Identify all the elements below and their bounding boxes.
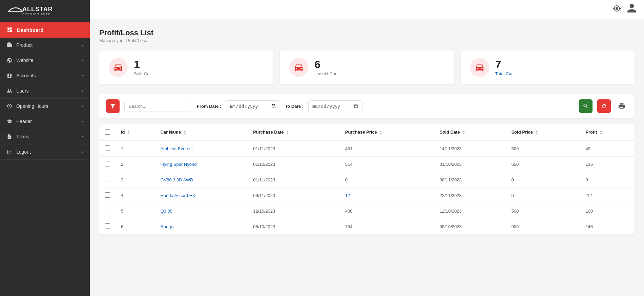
row-checkbox[interactable]: [105, 161, 110, 166]
cell-sold-date: 01/10/2023: [434, 157, 506, 172]
cell-id: 5: [116, 203, 155, 219]
page-content: Profit/Loss List Manage your Profit/Loss…: [90, 19, 644, 296]
page-title: Profit/Loss List: [99, 28, 635, 37]
stat-card-unsold: 6 Unsold Car: [280, 51, 454, 84]
sidebar-item-product[interactable]: Product ›: [0, 38, 90, 53]
filter-bar: From Date : To Date :: [99, 94, 635, 118]
col-purchase-date[interactable]: Purchase Date ▲▼: [248, 124, 340, 141]
table-row: 4 Honda Accord EX 09/11/2023 12 22/11/20…: [99, 188, 635, 203]
table-row: 2 Flying Spur Hybrid 01/10/2023 514 01/1…: [99, 157, 635, 172]
to-date-input[interactable]: [308, 100, 362, 112]
cell-purchase-price: 12: [340, 188, 434, 203]
sidebar-item-accounts[interactable]: Accounts ›: [0, 68, 90, 83]
sidebar-item-opening-hours[interactable]: Opening Hours ›: [0, 99, 90, 114]
sidebar-label-logout: Logout: [16, 149, 31, 155]
cell-profit: 100: [580, 203, 635, 219]
col-car-name[interactable]: Car Name ▲▼: [155, 124, 248, 141]
cell-purchase-date: 08/10/2023: [248, 219, 340, 235]
sidebar-item-terms[interactable]: Terms ›: [0, 129, 90, 144]
table-row: 3 GV80 3.0D AWD 01/11/2023 0 08/11/2023 …: [99, 172, 635, 188]
sidebar-label-product: Product: [16, 42, 33, 48]
chevron-icon: ›: [82, 104, 83, 108]
cell-sold-date: 08/11/2023: [434, 172, 506, 188]
col-id[interactable]: Id ▲▼: [116, 124, 155, 141]
logo-subtitle: PREMIER AUTO: [22, 13, 53, 16]
from-date-label: From Date :: [197, 104, 221, 109]
page-header: Profit/Loss List Manage your Profit/Loss: [99, 28, 635, 43]
sold-car-count: 1: [134, 59, 151, 70]
cell-sold-price: 0: [506, 172, 580, 188]
cell-purchase-date: 09/11/2023: [248, 188, 340, 203]
cell-purchase-date: 01/11/2023: [248, 172, 340, 188]
row-checkbox[interactable]: [105, 208, 110, 213]
target-icon-button[interactable]: [613, 4, 621, 15]
cell-id: 1: [116, 141, 155, 157]
total-car-icon-bg: [470, 58, 489, 77]
cell-purchase-price: 451: [340, 141, 434, 157]
table-container: Id ▲▼ Car Name ▲▼ Purchase Date ▲▼ Purch…: [99, 124, 635, 235]
cell-sold-date: 22/11/2023: [434, 188, 506, 203]
cell-profit: 146: [580, 219, 635, 235]
col-sold-price[interactable]: Sold Price ▲▼: [506, 124, 580, 141]
cell-car-name[interactable]: Honda Accord EX: [155, 188, 248, 203]
cell-purchase-price: 0: [340, 172, 434, 188]
chevron-icon: ›: [82, 88, 83, 93]
cell-car-name[interactable]: GV80 3.0D AWD: [155, 172, 248, 188]
total-car-label: Total Car: [495, 71, 513, 76]
cell-profit: -12: [580, 188, 635, 203]
row-checkbox[interactable]: [105, 145, 110, 151]
unsold-car-icon-bg: [289, 58, 308, 77]
cell-car-name[interactable]: Ambient Everest: [155, 141, 248, 157]
cell-car-name[interactable]: Q3 35: [155, 203, 248, 219]
unsold-car-count: 6: [314, 59, 336, 70]
search-button[interactable]: [579, 99, 593, 113]
cell-profit: 49: [580, 141, 635, 157]
table-row: 1 Ambient Everest 01/11/2023 451 14/11/2…: [99, 141, 635, 157]
sold-car-label: Sold Car: [134, 71, 151, 76]
col-purchase-price[interactable]: Purchase Price ▲▼: [340, 124, 434, 141]
col-sold-date[interactable]: Sold Date ▲▼: [434, 124, 506, 141]
search-input[interactable]: [124, 101, 192, 112]
stat-card-sold: 1 Sold Car: [99, 51, 273, 84]
table-row: 6 Ranger 08/10/2023 754 08/10/2023 900 1…: [99, 219, 635, 235]
topbar-right: [613, 3, 637, 16]
col-profit[interactable]: Profit ▲▼: [580, 124, 635, 141]
table-row: 5 Q3 35 12/10/2023 400 12/10/2023 500 10…: [99, 203, 635, 219]
sidebar-item-header[interactable]: Header ›: [0, 114, 90, 129]
logo-text: ALLSTAR PREMIER AUTO: [22, 6, 53, 16]
print-button[interactable]: [616, 100, 628, 112]
cell-id: 6: [116, 219, 155, 235]
sidebar-item-website[interactable]: Website ›: [0, 53, 90, 68]
profit-loss-table: Id ▲▼ Car Name ▲▼ Purchase Date ▲▼ Purch…: [99, 124, 635, 235]
topbar: [90, 0, 644, 19]
cell-sold-price: 500: [506, 141, 580, 157]
cell-sold-date: 12/10/2023: [434, 203, 506, 219]
row-checkbox[interactable]: [105, 223, 110, 229]
cell-car-name[interactable]: Flying Spur Hybrid: [155, 157, 248, 172]
sidebar-label-accounts: Accounts: [16, 73, 36, 78]
chevron-icon: ›: [82, 73, 83, 78]
row-checkbox[interactable]: [105, 192, 110, 198]
cell-car-name[interactable]: Ranger: [155, 219, 248, 235]
refresh-button[interactable]: [597, 99, 611, 113]
cell-profit: 0: [580, 172, 635, 188]
cell-id: 3: [116, 172, 155, 188]
from-date-input[interactable]: [226, 100, 280, 112]
logo-allstar: ALLSTAR: [22, 6, 53, 13]
cell-sold-price: 0: [506, 188, 580, 203]
sidebar-item-dashboard[interactable]: Dashboard: [0, 22, 90, 38]
sidebar-label-header: Header: [16, 119, 32, 124]
chevron-icon: ›: [82, 58, 83, 63]
cell-purchase-date: 01/11/2023: [248, 141, 340, 157]
avatar-button[interactable]: [626, 3, 637, 16]
select-all-checkbox[interactable]: [105, 129, 110, 135]
filter-button[interactable]: [106, 99, 120, 113]
sidebar-item-logout[interactable]: Logout ›: [0, 144, 90, 160]
cell-purchase-price: 754: [340, 219, 434, 235]
sidebar-label-opening-hours: Opening Hours: [16, 103, 48, 109]
logo-area: ALLSTAR PREMIER AUTO: [0, 0, 90, 22]
row-checkbox[interactable]: [105, 177, 110, 182]
sidebar-item-users[interactable]: Users ›: [0, 83, 90, 99]
stat-card-total: 7 Total Car: [461, 51, 635, 84]
sold-car-icon-bg: [109, 58, 128, 77]
